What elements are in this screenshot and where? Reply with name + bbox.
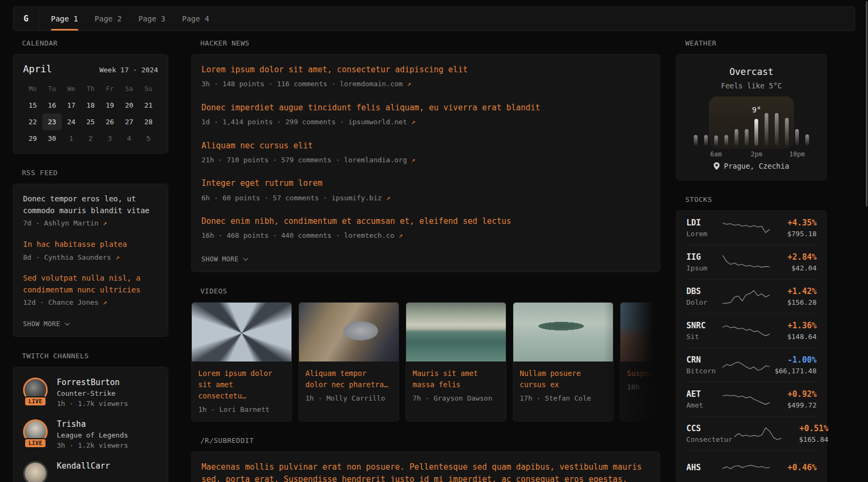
stock-change: +0.51% [783, 424, 828, 433]
calendar-day: 16 [42, 97, 62, 114]
video-card: Aliquam tempor dolor nec pharetra…1h · M… [298, 302, 399, 421]
rss-item-title[interactable]: In hac habitasse platea [23, 239, 158, 251]
videos-strip: Lorem ipsum dolor sit amet consectetu…1h… [191, 302, 660, 421]
stock-values: +0.92%$499.72 [772, 389, 817, 409]
stock-ticker[interactable]: DBS [686, 287, 721, 296]
hn-item-title[interactable]: Aliquam nec cursus elit [201, 140, 650, 152]
left-column: CALENDAR April Week 17 · 2024 MoTuWeThFr… [13, 39, 168, 482]
video-thumbnail[interactable] [299, 303, 399, 362]
weather-bar-fill [745, 129, 749, 146]
stock-ticker[interactable]: LDI [686, 218, 721, 228]
twitch-widget: LIVEForrestBurtonCounter-Strike1h · 1.7k… [13, 367, 168, 482]
stock-ticker[interactable]: CCS [686, 424, 732, 433]
video-thumbnail[interactable] [620, 303, 660, 362]
navbar: G Page 1Page 2Page 3Page 4 [13, 6, 855, 31]
external-link-icon: ↗ [115, 253, 119, 261]
video-title[interactable]: Aliquam tempor dolor nec pharetra… [305, 368, 392, 390]
stock-ticker[interactable]: SNRC [686, 321, 721, 330]
twitch-avatar[interactable]: LIVE [23, 419, 48, 444]
weather-location: Prague, Czechia [686, 162, 817, 170]
tab-page-1[interactable]: Page 1 [51, 7, 78, 31]
tab-page-2[interactable]: Page 2 [95, 7, 122, 31]
twitch-avatar[interactable] [23, 461, 48, 482]
calendar-day: 27 [119, 114, 139, 130]
video-title[interactable]: Suspendisse diam [627, 368, 660, 379]
twitch-channel-info: ForrestBurtonCounter-Strike1h · 1.7k vie… [57, 378, 128, 408]
hn-item-title[interactable]: Integer eget rutrum lorem [201, 177, 650, 190]
hacker-news-list: Lorem ipsum dolor sit amet, consectetur … [201, 64, 650, 241]
stock-ticker[interactable]: IIG [686, 252, 721, 262]
rss-list: Donec tempor eros leo, ut commodo mauris… [23, 193, 158, 308]
video-title[interactable]: Lorem ipsum dolor sit amet consectetu… [198, 368, 285, 402]
calendar-day: 28 [139, 114, 158, 130]
video-thumbnail[interactable] [192, 303, 291, 362]
time-label: 6am [710, 150, 722, 158]
rss-item-title[interactable]: Sed volutpat nulla nisl, a condimentum n… [23, 273, 158, 296]
calendar-day: 2 [81, 130, 100, 147]
twitch-meta: 3h · 1.2k viewers [57, 441, 128, 449]
twitch-avatar[interactable]: LIVE [23, 378, 48, 402]
external-link-icon: ↗ [103, 219, 107, 227]
subreddit-item-title[interactable]: Maecenas mollis pulvinar erat non posuer… [201, 461, 650, 482]
hn-show-more-button[interactable]: SHOW MORE [201, 255, 248, 263]
calendar-weekday: We [62, 81, 81, 97]
weather-widget: Overcast Feels like 5°C 6am9°2pm10pm Pra… [676, 54, 827, 180]
stock-ticker[interactable]: CRN [686, 355, 721, 365]
twitch-channel-name[interactable]: ForrestBurton [57, 378, 128, 387]
hn-item-title[interactable]: Lorem ipsum dolor sit amet, consectetur … [201, 64, 650, 76]
stock-ticker[interactable]: AHS [686, 463, 721, 472]
stock-values: +0.51%$165.84 [783, 424, 828, 443]
weather-bar-fill [785, 118, 789, 146]
stock-info: DBSDolor [686, 287, 721, 306]
twitch-channel-name[interactable]: Trisha [57, 419, 128, 429]
stock-price: $165.84 [783, 435, 828, 443]
calendar-day: 24 [62, 114, 81, 130]
middle-column: HACKER NEWS Lorem ipsum dolor sit amet, … [191, 39, 660, 482]
stock-row: SNRCSit+1.36%$148.64 [686, 313, 817, 348]
tab-page-4[interactable]: Page 4 [182, 7, 209, 31]
stock-sparkline [721, 287, 772, 306]
video-card: Lorem ipsum dolor sit amet consectetu…1h… [191, 302, 292, 421]
tab-page-3[interactable]: Page 3 [138, 7, 166, 31]
video-card: Nullam posuere cursus ex17h · Stefan Col… [513, 302, 613, 421]
rss-show-more-button[interactable]: SHOW MORE [23, 320, 69, 328]
weather-bar-fill [704, 135, 708, 146]
twitch-channel-name[interactable]: KendallCarr [57, 461, 110, 471]
weather-bar-fill [775, 113, 779, 146]
video-thumbnail[interactable] [513, 303, 613, 362]
hn-item-meta: 6h · 60 points · 57 comments · ipsumify.… [201, 193, 650, 204]
subreddit-widget: Maecenas mollis pulvinar erat non posuer… [191, 451, 660, 482]
stock-values: +1.36%$148.64 [772, 321, 817, 341]
stock-sparkline [732, 424, 783, 443]
time-label: 10pm [789, 150, 805, 158]
stock-price: $42.04 [772, 264, 817, 272]
video-title[interactable]: Mauris sit amet massa felis [413, 368, 499, 390]
weather-bar [765, 111, 768, 146]
stock-values: -1.00%$66,171.48 [772, 355, 817, 375]
weather-bar: 9°2pm [754, 111, 758, 146]
stock-info: LDILorem [686, 218, 721, 238]
video-title[interactable]: Nullam posuere cursus ex [520, 368, 607, 390]
video-card-body: Lorem ipsum dolor sit amet consectetu…1h… [192, 362, 291, 421]
stock-name: Ipsum [686, 264, 721, 272]
weather-location-label: Prague, Czechia [724, 162, 789, 170]
scrollbar-thumb[interactable] [866, 1, 867, 207]
weather-bar-fill [735, 129, 738, 146]
hn-item: Aliquam nec cursus elit21h · 710 points … [201, 140, 650, 165]
video-thumbnail[interactable] [406, 303, 506, 362]
calendar-weekday: Sa [119, 81, 139, 97]
hn-show-more-label: SHOW MORE [201, 255, 239, 263]
stock-ticker[interactable]: AET [686, 389, 721, 399]
stock-change: +1.42% [772, 287, 817, 296]
video-card: Suspendisse diam18h · Tara [620, 302, 660, 421]
weather-bar [704, 111, 708, 146]
hn-item-title[interactable]: Donec imperdiet augue tincidunt felis al… [201, 102, 650, 114]
app-logo[interactable]: G [13, 7, 39, 31]
subreddit-list: Maecenas mollis pulvinar erat non posuer… [201, 461, 650, 482]
stock-row: DBSDolor+1.42%$156.28 [686, 279, 817, 313]
weather-bar [745, 111, 749, 146]
stock-name: Sit [686, 333, 721, 341]
hn-item-title[interactable]: Donec enim nibh, condimentum et accumsan… [201, 215, 650, 228]
dashboard-page: G Page 1Page 2Page 3Page 4 CALENDAR Apri… [0, 0, 868, 482]
rss-item-title[interactable]: Donec tempor eros leo, ut commodo mauris… [23, 193, 158, 216]
